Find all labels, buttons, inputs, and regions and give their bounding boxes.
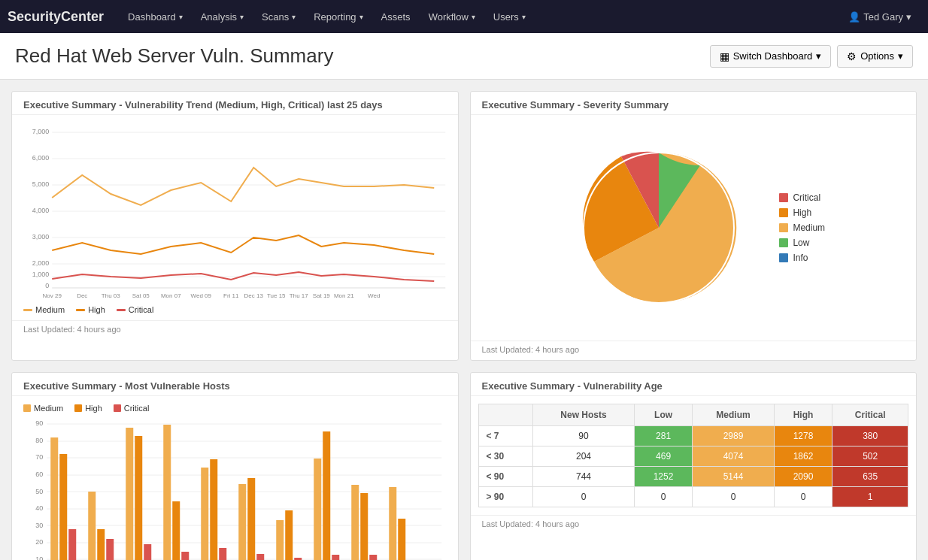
navbar: SecurityCenter Dashboard ▾ Analysis ▾ Sc… xyxy=(0,0,928,33)
switch-dashboard-button[interactable]: ▦ Switch Dashboard ▾ xyxy=(710,45,832,68)
svg-text:Wed: Wed xyxy=(368,292,380,299)
svg-rect-66 xyxy=(201,468,208,560)
header-actions: ▦ Switch Dashboard ▾ ⚙ Options ▾ xyxy=(710,45,913,68)
high-gt90: 0 xyxy=(774,487,832,507)
svg-text:70: 70 xyxy=(35,453,43,461)
panel-vuln-trend: Executive Summary - Vulnerability Trend … xyxy=(11,91,459,361)
svg-rect-78 xyxy=(314,459,321,560)
svg-rect-84 xyxy=(369,555,377,560)
svg-rect-82 xyxy=(351,485,359,560)
legend-high-pie: High xyxy=(779,207,825,218)
svg-rect-74 xyxy=(276,520,284,560)
svg-text:Tue 15: Tue 15 xyxy=(267,292,286,299)
pie-legend: Critical High Medium Low Info xyxy=(779,192,825,263)
svg-rect-55 xyxy=(97,529,105,560)
new-hosts-7: 90 xyxy=(533,426,634,446)
col-high: High xyxy=(774,404,832,426)
col-new-hosts: New Hosts xyxy=(533,404,634,426)
svg-rect-72 xyxy=(256,554,264,560)
panel2-footer: Last Updated: 4 hours ago xyxy=(471,341,917,360)
svg-text:20: 20 xyxy=(35,538,43,546)
svg-text:Thu 17: Thu 17 xyxy=(290,292,308,299)
nav-scans[interactable]: Scans ▾ xyxy=(253,0,305,33)
page-title: Red Hat Web Server Vuln. Summary xyxy=(15,44,333,68)
main-content: Executive Summary - Vulnerability Trend … xyxy=(0,80,928,560)
svg-rect-54 xyxy=(88,492,96,560)
panel3-legend: Medium High Critical xyxy=(16,400,454,416)
svg-text:Thu 03: Thu 03 xyxy=(102,292,120,299)
col-medium: Medium xyxy=(693,404,774,426)
svg-text:6,000: 6,000 xyxy=(32,154,50,162)
medium-dot xyxy=(23,309,32,311)
med-dot3 xyxy=(23,404,31,412)
nav-analysis[interactable]: Analysis ▾ xyxy=(192,0,253,33)
svg-text:50: 50 xyxy=(35,488,43,495)
nav-users[interactable]: Users ▾ xyxy=(484,0,535,33)
svg-rect-62 xyxy=(163,425,171,560)
svg-rect-70 xyxy=(238,484,246,560)
panel-severity-summary: Executive Summary - Severity Summary xyxy=(470,91,917,361)
svg-text:10: 10 xyxy=(35,555,43,560)
panel3-title: Executive Summary - Most Vulnerable Host… xyxy=(12,373,458,396)
medium-90: 5144 xyxy=(693,467,774,487)
critical-gt90: 1 xyxy=(832,487,908,507)
medium-gt90: 0 xyxy=(693,487,774,507)
svg-rect-80 xyxy=(332,555,339,560)
medium-7: 2989 xyxy=(693,426,774,446)
legend3-high: High xyxy=(74,404,102,413)
svg-rect-83 xyxy=(360,493,368,560)
table-body: < 7 90 281 2989 1278 380 < 30 204 469 40… xyxy=(478,426,908,507)
high-box xyxy=(779,208,788,217)
caret-icon-options: ▾ xyxy=(898,50,903,62)
new-hosts-30: 204 xyxy=(533,446,634,467)
svg-rect-67 xyxy=(210,459,217,560)
col-low: Low xyxy=(634,404,693,426)
svg-text:Sat 19: Sat 19 xyxy=(313,292,331,299)
low-7: 281 xyxy=(634,426,693,446)
panel1-footer: Last Updated: 4 hours ago xyxy=(12,320,458,340)
panel1-legend: Medium High Critical xyxy=(12,301,458,320)
nav-assets[interactable]: Assets xyxy=(372,0,420,33)
svg-text:3,000: 3,000 xyxy=(32,233,50,241)
range-90: < 90 xyxy=(478,467,533,487)
svg-text:2,000: 2,000 xyxy=(32,259,50,267)
svg-text:Mon 21: Mon 21 xyxy=(334,292,354,299)
svg-text:4,000: 4,000 xyxy=(32,207,50,214)
nav-reporting[interactable]: Reporting ▾ xyxy=(305,0,372,33)
panel1-title: Executive Summary - Vulnerability Trend … xyxy=(12,92,458,115)
nav-dashboard[interactable]: Dashboard ▾ xyxy=(119,0,192,33)
panel2-body: Critical High Medium Low Info xyxy=(471,115,917,341)
legend-low-pie: Low xyxy=(779,238,825,248)
gear-icon: ⚙ xyxy=(847,50,857,62)
col-range xyxy=(478,404,533,426)
svg-rect-51 xyxy=(59,454,67,560)
new-hosts-90: 744 xyxy=(533,467,634,487)
svg-text:1,000: 1,000 xyxy=(32,271,50,278)
table-row: > 90 0 0 0 0 1 xyxy=(478,487,908,507)
svg-text:Dec: Dec xyxy=(77,292,87,299)
svg-text:90: 90 xyxy=(35,419,43,427)
high-7: 1278 xyxy=(774,426,832,446)
nav-workflow[interactable]: Workflow ▾ xyxy=(420,0,484,33)
crit-dot3 xyxy=(114,404,121,412)
legend-critical-pie: Critical xyxy=(779,192,825,203)
table-row: < 90 744 1252 5144 2090 635 xyxy=(478,467,908,487)
svg-text:7,000: 7,000 xyxy=(32,128,50,135)
options-button[interactable]: ⚙ Options ▾ xyxy=(837,45,913,68)
nav-right: 👤 Ted Gary ▾ xyxy=(839,0,920,33)
svg-rect-59 xyxy=(135,436,142,560)
panel4-title: Executive Summary - Vulnerability Age xyxy=(471,373,917,396)
table-row: < 30 204 469 4074 1862 502 xyxy=(478,446,908,467)
nav-items: Dashboard ▾ Analysis ▾ Scans ▾ Reporting… xyxy=(119,0,839,33)
low-30: 469 xyxy=(634,446,693,467)
hi-dot3 xyxy=(74,404,82,412)
medium-30: 4074 xyxy=(693,446,774,467)
table-header-row: New Hosts Low Medium High Critical xyxy=(478,404,908,426)
high-30: 1862 xyxy=(774,446,832,467)
low-gt90: 0 xyxy=(634,487,693,507)
svg-rect-60 xyxy=(144,544,151,560)
legend-info-pie: Info xyxy=(779,253,825,263)
svg-rect-75 xyxy=(285,510,293,560)
legend3-medium: Medium xyxy=(23,404,63,413)
user-menu[interactable]: 👤 Ted Gary ▾ xyxy=(839,0,920,33)
